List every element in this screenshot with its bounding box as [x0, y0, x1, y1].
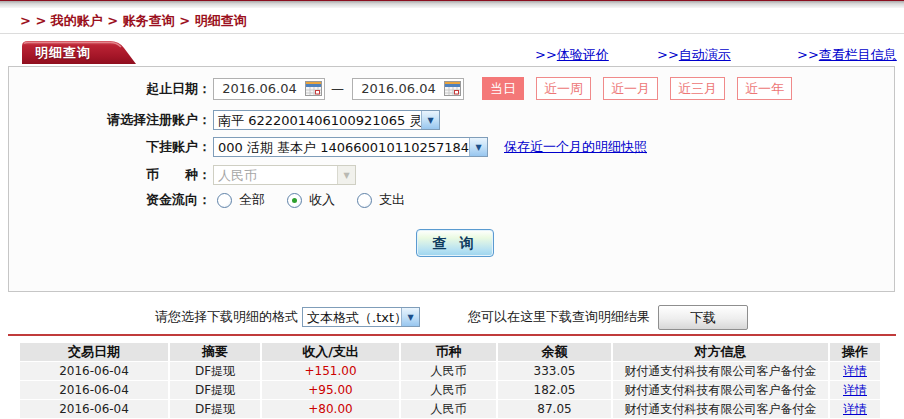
cell-balance: 182.05	[498, 381, 611, 399]
end-date-value: 2016.06.04	[353, 81, 444, 96]
top-gradient-strip	[0, 0, 904, 8]
flow-option-label: 支出	[379, 191, 405, 209]
radio-expense-icon[interactable]	[357, 193, 372, 208]
detail-link[interactable]: 详情	[843, 364, 867, 378]
tab-detail-query[interactable]: 明细查询	[22, 41, 140, 64]
cell-amount: +151.00	[262, 362, 399, 380]
download-button[interactable]: 下载	[658, 305, 748, 330]
start-date-value: 2016.06.04	[214, 81, 305, 96]
tab-label: 明细查询	[35, 44, 91, 62]
flow-option-all[interactable]: 全部	[217, 191, 265, 209]
link-text: 自动演示	[679, 47, 731, 62]
link-text: 查看栏目信息	[819, 47, 897, 62]
cell-summary: DF提现	[170, 362, 260, 380]
download-format-label: 请您选择下载明细的格式	[155, 308, 298, 326]
range-button-month[interactable]: 近一月	[603, 77, 658, 100]
cell-counterparty: 财付通支付科技有限公司客户备付金	[613, 381, 828, 399]
registered-account-select[interactable]: 南平 6222001406100921065 灵通卡 ▼	[213, 110, 440, 130]
registered-account-label: 请选择注册账户：	[9, 111, 211, 129]
table-header-row: 交易日期 摘要 收入/支出 币种 余额 对方信息 操作	[20, 343, 870, 361]
calendar-icon[interactable]	[305, 81, 322, 96]
start-date-input[interactable]: 2016.06.04	[213, 78, 325, 100]
col-header-amount: 收入/支出	[262, 343, 399, 361]
cell-currency: 人民币	[401, 362, 496, 380]
cell-date: 2016-06-04	[20, 381, 168, 399]
col-header-date: 交易日期	[20, 343, 168, 361]
dropdown-arrow-icon[interactable]: ▼	[469, 138, 487, 156]
sub-account-value: 000 活期 基本户 1406600101102571848	[214, 138, 469, 156]
end-date-input[interactable]: 2016.06.04	[352, 78, 464, 100]
cell-counterparty: 财付通支付科技有限公司客户备付金	[613, 400, 828, 418]
dropdown-arrow-icon: ▼	[337, 166, 355, 184]
col-header-balance: 余额	[498, 343, 611, 361]
dropdown-arrow-icon[interactable]: ▼	[401, 308, 419, 326]
date-range-label: 起止日期：	[9, 80, 211, 98]
sub-account-label: 下挂账户：	[9, 138, 211, 156]
range-button-today[interactable]: 当日	[482, 77, 524, 100]
registered-account-row: 请选择注册账户： 南平 6222001406100921065 灵通卡 ▼	[9, 110, 894, 130]
link-auto-demo[interactable]: >>自动演示	[657, 46, 731, 64]
page: > > 我的账户 > 账务查询 > 明细查询 明细查询 >>体验评价 >>自动演…	[0, 0, 904, 419]
date-range-row: 起止日期： 2016.06.04 — 2016.06.04	[9, 77, 894, 100]
currency-row: 币 种： 人民币 ▼	[9, 165, 894, 185]
table-row: 2016-06-04 DF提现 +151.00 人民币 333.05 财付通支付…	[20, 362, 870, 380]
currency-value: 人民币	[214, 166, 337, 184]
col-header-summary: 摘要	[170, 343, 260, 361]
table-row: 2016-06-04 DF提现 +80.00 人民币 87.05 财付通支付科技…	[20, 400, 870, 418]
link-prefix: >>	[535, 47, 557, 62]
detail-link[interactable]: 详情	[843, 383, 867, 397]
fund-flow-label: 资金流向：	[9, 191, 211, 209]
cell-balance: 87.05	[498, 400, 611, 418]
query-button[interactable]: 查 询	[416, 229, 494, 257]
cell-summary: DF提现	[170, 381, 260, 399]
fund-flow-row: 资金流向： 全部 收入 支出	[9, 191, 894, 209]
cell-currency: 人民币	[401, 400, 496, 418]
currency-label: 币 种：	[9, 166, 211, 184]
radio-all-icon[interactable]	[217, 193, 232, 208]
transactions-table: 交易日期 摘要 收入/支出 币种 余额 对方信息 操作 2016-06-04 D…	[20, 343, 870, 419]
radio-income-icon[interactable]	[287, 193, 302, 208]
save-snapshot-link[interactable]: 保存近一个月的明细快照	[504, 138, 647, 156]
link-text: 体验评价	[557, 47, 609, 62]
flow-option-label: 全部	[239, 191, 265, 209]
query-form-panel: 起止日期： 2016.06.04 — 2016.06.04	[8, 66, 895, 292]
download-hint: 您可以在这里下载查询明细结果	[468, 308, 650, 326]
registered-account-value: 南平 6222001406100921065 灵通卡	[214, 111, 421, 129]
link-column-info[interactable]: >>查看栏目信息	[797, 46, 897, 64]
col-header-counterparty: 对方信息	[613, 343, 828, 361]
dropdown-arrow-icon[interactable]: ▼	[421, 111, 439, 129]
date-separator: —	[331, 81, 344, 96]
range-button-week[interactable]: 近一周	[536, 77, 591, 100]
range-button-year[interactable]: 近一年	[737, 77, 792, 100]
flow-option-label: 收入	[309, 191, 335, 209]
currency-select: 人民币 ▼	[213, 165, 356, 185]
range-button-quarter[interactable]: 近三月	[670, 77, 725, 100]
link-experience-review[interactable]: >>体验评价	[535, 46, 609, 64]
cell-summary: DF提现	[170, 400, 260, 418]
flow-option-expense[interactable]: 支出	[357, 191, 405, 209]
table-row: 2016-06-04 DF提现 +95.00 人民币 182.05 财付通支付科…	[20, 381, 870, 399]
cell-amount: +95.00	[262, 381, 399, 399]
sub-account-select[interactable]: 000 活期 基本户 1406600101102571848 ▼	[213, 137, 488, 157]
download-format-select[interactable]: 文本格式（.txt） ▼	[302, 307, 420, 327]
cell-date: 2016-06-04	[20, 362, 168, 380]
calendar-icon[interactable]	[444, 81, 461, 96]
cell-amount: +80.00	[262, 400, 399, 418]
link-prefix: >>	[657, 47, 679, 62]
download-format-value: 文本格式（.txt）	[303, 308, 401, 326]
breadcrumb[interactable]: > > 我的账户 > 账务查询 > 明细查询	[20, 12, 247, 30]
cell-counterparty: 财付通支付科技有限公司客户备付金	[613, 362, 828, 380]
col-header-currency: 币种	[401, 343, 496, 361]
download-row: 请您选择下载明细的格式 文本格式（.txt） ▼ 您可以在这里下载查询明细结果 …	[0, 303, 904, 331]
col-header-action: 操作	[830, 343, 880, 361]
sub-account-row: 下挂账户： 000 活期 基本户 1406600101102571848 ▼ 保…	[9, 137, 894, 157]
cell-date: 2016-06-04	[20, 400, 168, 418]
detail-link[interactable]: 详情	[843, 402, 867, 416]
link-prefix: >>	[797, 47, 819, 62]
section-divider	[8, 334, 896, 336]
flow-option-income[interactable]: 收入	[287, 191, 335, 209]
cell-balance: 333.05	[498, 362, 611, 380]
breadcrumb-divider	[0, 33, 904, 34]
cell-currency: 人民币	[401, 381, 496, 399]
